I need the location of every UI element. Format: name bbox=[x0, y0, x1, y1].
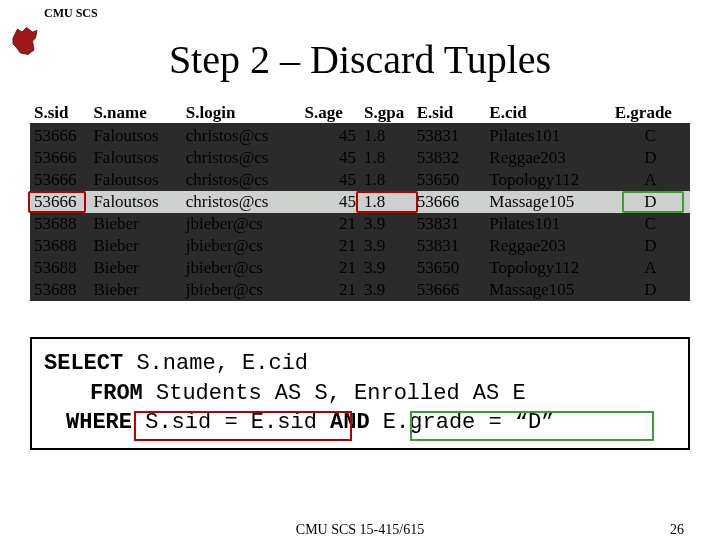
table-cell: 53831 bbox=[413, 125, 486, 147]
scotty-dog-logo bbox=[10, 24, 40, 58]
table-cell: 53666 bbox=[30, 191, 89, 213]
table-cell: Reggae203 bbox=[485, 235, 610, 257]
table-cell: 21 bbox=[301, 235, 360, 257]
sql-where-filter: E.grade = “D” bbox=[370, 410, 555, 435]
sql-keyword-where: WHERE bbox=[66, 410, 132, 435]
header-label: CMU SCS bbox=[44, 6, 98, 21]
table-row: 53688Bieberjbieber@cs213.953831Pilates10… bbox=[30, 213, 690, 235]
sql-select-cols: S.name, E.cid bbox=[123, 351, 308, 376]
table-cell: jbieber@cs bbox=[182, 235, 301, 257]
table-cell: Faloutsos bbox=[89, 191, 181, 213]
table-cell: 3.9 bbox=[360, 279, 413, 301]
table-cell: 53688 bbox=[30, 279, 89, 301]
table-cell: 45 bbox=[301, 125, 360, 147]
table-cell: Bieber bbox=[89, 235, 181, 257]
table-cell: christos@cs bbox=[182, 191, 301, 213]
table-cell: D bbox=[611, 235, 690, 257]
table-cell: Faloutsos bbox=[89, 169, 181, 191]
table-cell: C bbox=[611, 213, 690, 235]
table-cell: 53666 bbox=[30, 169, 89, 191]
footer-course: CMU SCS 15-415/615 bbox=[0, 522, 720, 538]
column-header: S.sid bbox=[30, 101, 89, 125]
table-cell: A bbox=[611, 169, 690, 191]
table-row: 53688Bieberjbieber@cs213.953666Massage10… bbox=[30, 279, 690, 301]
sql-line-2: FROM Students AS S, Enrolled AS E bbox=[44, 379, 676, 409]
table-cell: 53650 bbox=[413, 169, 486, 191]
table-cell: 1.8 bbox=[360, 147, 413, 169]
column-header: S.name bbox=[89, 101, 181, 125]
table-cell: Massage105 bbox=[485, 279, 610, 301]
sql-from-clause: Students AS S, Enrolled AS E bbox=[143, 381, 526, 406]
table-cell: jbieber@cs bbox=[182, 213, 301, 235]
sql-keyword-select: SELECT bbox=[44, 351, 123, 376]
table-cell: 21 bbox=[301, 257, 360, 279]
sql-keyword-from: FROM bbox=[90, 381, 143, 406]
table-cell: Reggae203 bbox=[485, 147, 610, 169]
table-cell: Bieber bbox=[89, 213, 181, 235]
table-cell: 53666 bbox=[413, 191, 486, 213]
column-header: E.grade bbox=[611, 101, 690, 125]
table-cell: 53650 bbox=[413, 257, 486, 279]
tuple-table: S.sidS.nameS.loginS.ageS.gpaE.sidE.cidE.… bbox=[30, 101, 690, 301]
table-cell: 45 bbox=[301, 169, 360, 191]
table-cell: 53666 bbox=[30, 147, 89, 169]
table-cell: 53666 bbox=[413, 279, 486, 301]
table-row: 53688Bieberjbieber@cs213.953650Topology1… bbox=[30, 257, 690, 279]
table-cell: A bbox=[611, 257, 690, 279]
table-cell: Pilates101 bbox=[485, 213, 610, 235]
table-cell: Faloutsos bbox=[89, 125, 181, 147]
sql-where-join: S.sid = E.sid bbox=[132, 410, 330, 435]
table-row: 53666Faloutsoschristos@cs451.853831Pilat… bbox=[30, 125, 690, 147]
table-cell: christos@cs bbox=[182, 147, 301, 169]
sql-query-box: SELECT S.name, E.cid FROM Students AS S,… bbox=[30, 337, 690, 450]
table-cell: 3.9 bbox=[360, 257, 413, 279]
table-cell: christos@cs bbox=[182, 169, 301, 191]
table-cell: D bbox=[611, 191, 690, 213]
table-cell: Bieber bbox=[89, 279, 181, 301]
table-row: 53688Bieberjbieber@cs213.953831Reggae203… bbox=[30, 235, 690, 257]
table-cell: Massage105 bbox=[485, 191, 610, 213]
slide-title: Step 2 – Discard Tuples bbox=[0, 36, 720, 83]
table-cell: 45 bbox=[301, 147, 360, 169]
table-cell: C bbox=[611, 125, 690, 147]
sql-line-3: WHERE S.sid = E.sid AND E.grade = “D” bbox=[44, 408, 676, 438]
table-row: 53666Faloutsoschristos@cs451.853666Massa… bbox=[30, 191, 690, 213]
table-cell: 1.8 bbox=[360, 125, 413, 147]
sql-keyword-and: AND bbox=[330, 410, 370, 435]
column-header: S.login bbox=[182, 101, 301, 125]
table-cell: 53688 bbox=[30, 235, 89, 257]
table-cell: jbieber@cs bbox=[182, 279, 301, 301]
sql-line-1: SELECT S.name, E.cid bbox=[44, 349, 676, 379]
column-header: E.cid bbox=[485, 101, 610, 125]
table-cell: 3.9 bbox=[360, 213, 413, 235]
footer-page-number: 26 bbox=[670, 522, 684, 538]
table-cell: D bbox=[611, 147, 690, 169]
table-cell: 53831 bbox=[413, 213, 486, 235]
table-cell: D bbox=[611, 279, 690, 301]
table-cell: 53688 bbox=[30, 213, 89, 235]
table-cell: 21 bbox=[301, 279, 360, 301]
table-cell: Bieber bbox=[89, 257, 181, 279]
table-row: 53666Faloutsoschristos@cs451.853650Topol… bbox=[30, 169, 690, 191]
table-cell: Topology112 bbox=[485, 257, 610, 279]
table-cell: 3.9 bbox=[360, 235, 413, 257]
tuple-table-container: S.sidS.nameS.loginS.ageS.gpaE.sidE.cidE.… bbox=[30, 101, 690, 301]
table-cell: Topology112 bbox=[485, 169, 610, 191]
column-header: S.age bbox=[301, 101, 360, 125]
table-cell: Pilates101 bbox=[485, 125, 610, 147]
table-cell: 1.8 bbox=[360, 169, 413, 191]
table-cell: 53831 bbox=[413, 235, 486, 257]
table-cell: Faloutsos bbox=[89, 147, 181, 169]
table-cell: 21 bbox=[301, 213, 360, 235]
table-cell: christos@cs bbox=[182, 125, 301, 147]
table-cell: jbieber@cs bbox=[182, 257, 301, 279]
table-cell: 53666 bbox=[30, 125, 89, 147]
table-cell: 45 bbox=[301, 191, 360, 213]
table-cell: 53832 bbox=[413, 147, 486, 169]
column-header: S.gpa bbox=[360, 101, 413, 125]
table-cell: 1.8 bbox=[360, 191, 413, 213]
table-row: 53666Faloutsoschristos@cs451.853832Regga… bbox=[30, 147, 690, 169]
table-cell: 53688 bbox=[30, 257, 89, 279]
column-header: E.sid bbox=[413, 101, 486, 125]
